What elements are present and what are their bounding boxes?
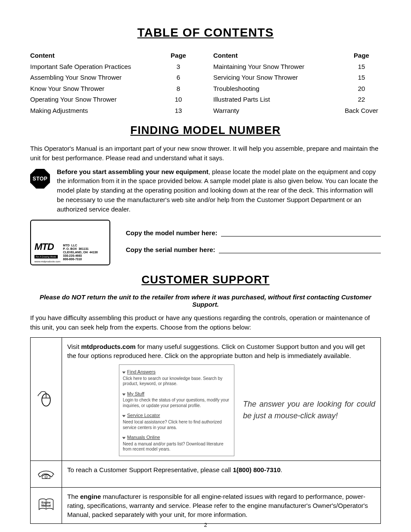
stop-callout: STOP Before you start assembling your ne… [30,167,381,214]
plate-tagline: For A Growing World. [34,255,58,258]
support-option-title: Find Answers [123,369,230,375]
support-option-desc: Need a manual and/or parts list? Downloa… [123,442,230,452]
toc-row: Making Adjustments13 [30,105,198,116]
support-option-desc: Need local assistance? Click here to fin… [123,420,230,430]
support-options-box: Find Answers Click here to search our kn… [119,364,234,456]
toc-header-page: Page [159,50,198,61]
toc-header-content: Content [213,50,342,61]
stop-icon: STOP [30,169,50,189]
copy-lines: Copy the model number here: Copy the ser… [126,220,381,261]
toc-row: Operating Your Snow Thrower10 [30,94,198,105]
toc-label: Important Safe Operation Practices [30,61,159,72]
toc-label: Operating Your Snow Thrower [30,94,159,105]
mouse-icon-cell [31,337,62,460]
toc-label: Maintaining Your Snow Thrower [213,61,342,72]
toc-row: Servicing Your Snow Thrower15 [213,72,381,83]
plate-address: MTD LLC P. O. BOX 361131 CLEVELAND, OH 4… [63,244,98,261]
support-option: Manuals Online Need a manual and/or part… [123,435,230,452]
toc-page: Back Cover [342,105,381,116]
toc-page: 6 [159,72,198,83]
support-callout: The answer you are looking for could be … [243,398,375,422]
support-phone-cell: To reach a Customer Support Representati… [62,460,381,487]
plate-url: www.mtdproducts.com [34,260,60,263]
toc-label: Troubleshooting [213,83,342,94]
toc-page: 3 [159,61,198,72]
support-table: Visit mtdproducts.com for many useful su… [30,337,381,524]
mouse-icon [37,389,56,408]
toc-header: Content Page [30,50,198,61]
copy-serial-label: Copy the serial number here: [126,246,215,253]
stop-text: Before you start assembling your new equ… [57,167,381,214]
support-option: Find Answers Click here to search our kn… [123,369,230,387]
support-engine-bold: engine [80,493,101,500]
toc-page: 15 [342,72,381,83]
support-engine-pre: The [67,493,80,500]
svg-point-3 [45,476,47,478]
toc-row: Assembling Your Snow Thrower6 [30,72,198,83]
support-option-title: Service Locator [123,413,230,419]
toc-label: Making Adjustments [30,105,159,116]
copy-serial-line: Copy the serial number here: [126,246,381,253]
toc-page: 8 [159,83,198,94]
toc-col-right: Content Page Maintaining Your Snow Throw… [213,50,381,116]
support-option-title: Manuals Online [123,435,230,441]
support-web-panel: Find Answers Click here to search our kn… [67,364,375,456]
toc-page: 22 [342,94,381,105]
phone-icon [37,464,56,482]
stop-text-bold: Before you start assembling your new equ… [57,168,209,175]
toc-page: 15 [342,61,381,72]
model-plate-row: MTD For A Growing World. www.mtdproducts… [30,220,381,265]
support-option-desc: Login to check the status of your questi… [123,398,230,408]
plate-brand: MTD [34,242,60,252]
support-option-desc: Click here to search our knowledge base.… [123,376,230,387]
stop-sign-icon: STOP [30,169,50,189]
toc-label: Know Your Snow Thrower [30,83,159,94]
support-phone-post: . [280,466,282,473]
toc-row: Illustrated Parts List22 [213,94,381,105]
fill-rule [221,236,381,236]
support-option: Service Locator Need local assistance? C… [123,413,230,430]
support-row-web: Visit mtdproducts.com for many useful su… [31,337,381,460]
heading-support: CUSTOMER SUPPORT [30,273,381,286]
toc-page: 13 [159,105,198,116]
toc-row: Know Your Snow Thrower8 [30,83,198,94]
engine-icon-cell: Engine Manual [31,487,62,523]
toc-row: WarrantyBack Cover [213,105,381,116]
toc-col-left: Content Page Important Safe Operation Pr… [30,50,198,116]
support-web-site: mtdproducts.com [81,343,136,350]
toc-label: Servicing Your Snow Thrower [213,72,342,83]
fill-rule [219,252,381,253]
support-intro: If you have difficulty assembling this p… [30,313,381,332]
support-engine-cell: The engine manufacturer is responsible f… [62,487,381,523]
toc-label: Illustrated Parts List [213,94,342,105]
phone-icon-cell [31,460,62,487]
support-web-cell: Visit mtdproducts.com for many useful su… [62,337,381,460]
toc-row: Troubleshooting20 [213,83,381,94]
heading-toc: TABLE OF CONTENTS [30,26,381,40]
toc-page: 20 [342,83,381,94]
model-intro: This Operator's Manual is an important p… [30,144,381,163]
toc-header-page: Page [342,50,381,61]
support-phone-pre: To reach a Customer Support Representati… [67,466,233,473]
support-web-pre: Visit [67,343,81,350]
support-engine-post: manufacturer is responsible for all engi… [67,493,368,518]
support-row-engine: Engine Manual The engine manufacturer is… [31,487,381,523]
toc-label: Warranty [213,105,342,116]
support-option-title: My Stuff [123,391,230,397]
toc-header-content: Content [30,50,159,61]
toc-label: Assembling Your Snow Thrower [30,72,159,83]
svg-text:Manual: Manual [41,504,51,507]
toc-page: 10 [159,94,198,105]
support-phone-num: 1(800) 800-7310 [233,466,280,473]
support-option: My Stuff Login to check the status of yo… [123,391,230,409]
toc-row: Important Safe Operation Practices3 [30,61,198,72]
heading-model: FINDING MODEL NUMBER [30,124,381,137]
toc: Content Page Important Safe Operation Pr… [30,50,381,116]
toc-header: Content Page [213,50,381,61]
engine-manual-icon: Engine Manual [37,495,56,514]
support-warning: Please do NOT return the unit to the ret… [30,293,381,308]
copy-model-line: Copy the model number here: [126,229,381,236]
page-number: 2 [0,522,411,528]
toc-row: Maintaining Your Snow Thrower15 [213,61,381,72]
support-row-phone: To reach a Customer Support Representati… [31,460,381,487]
